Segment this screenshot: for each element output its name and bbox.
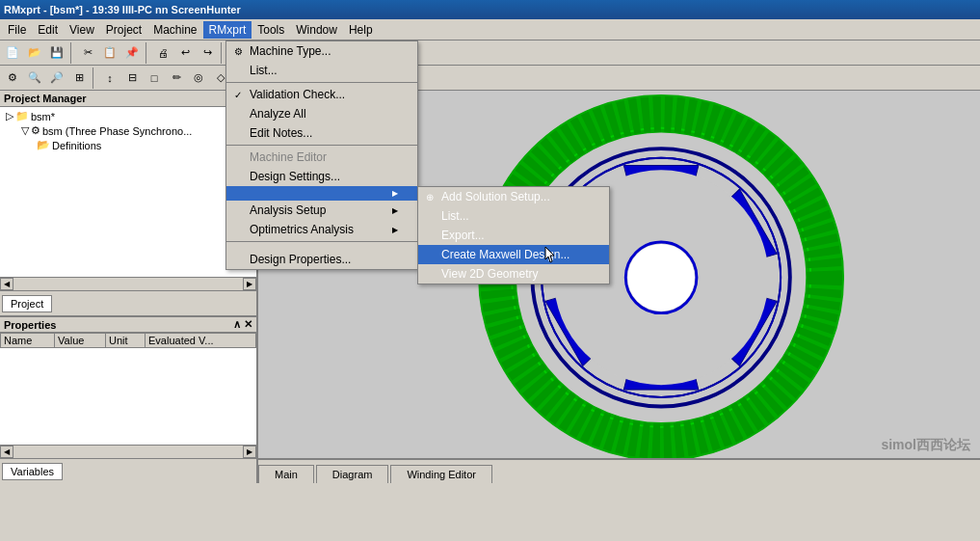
arrow-right-optimetrics: ▶ bbox=[392, 206, 398, 215]
watermark: simol西西论坛 bbox=[881, 437, 970, 454]
menu-project[interactable]: Project bbox=[100, 21, 147, 39]
cut-button[interactable]: ✂ bbox=[77, 42, 98, 64]
submenu-add-solution[interactable]: ⊕ Add Solution Setup... bbox=[418, 187, 609, 206]
separator-c bbox=[226, 241, 417, 242]
machine-type-icon: ⚙ bbox=[230, 43, 246, 59]
left-panel: Project Manager ▷ 📁 bsm* ▽ ⚙ bsm (Three … bbox=[0, 91, 258, 483]
project-tree: ▷ 📁 bsm* ▽ ⚙ bsm (Three Phase Synchrono.… bbox=[0, 107, 256, 277]
tb2-btn3[interactable]: 🔎 bbox=[46, 68, 67, 89]
separator-b bbox=[226, 145, 417, 146]
menu-analyze-all[interactable]: Analyze All bbox=[226, 104, 417, 123]
tree-bsm[interactable]: ▽ ⚙ bsm (Three Phase Synchrono... bbox=[2, 123, 254, 138]
title-text: RMxprt - [bsm*] - 19:39 IIII-PC nn Scree… bbox=[4, 4, 241, 15]
tb2-btn5[interactable]: ↕ bbox=[99, 68, 120, 89]
tab-diagram[interactable]: Diagram bbox=[316, 465, 389, 483]
tb2-btn6[interactable]: ⊟ bbox=[121, 68, 143, 89]
col-unit: Unit bbox=[106, 334, 146, 348]
tree-bsm-label: bsm (Three Phase Synchrono... bbox=[42, 125, 192, 137]
tab-project[interactable]: Project bbox=[2, 295, 52, 312]
menu-validation-check[interactable]: ✓ Validation Check... bbox=[226, 85, 417, 104]
tree-definitions-label: Definitions bbox=[52, 140, 101, 151]
col-name: Name bbox=[1, 334, 55, 348]
new-button[interactable]: 📄 bbox=[2, 42, 23, 64]
tab-variables[interactable]: Variables bbox=[2, 463, 63, 480]
open-button[interactable]: 📂 bbox=[24, 42, 45, 64]
expand-icon-2: ▽ bbox=[21, 124, 29, 137]
toolbar-1: 📄 📂 💾 ✂ 📋 📌 🖨 ↩ ↪ ✕ ✓ ▶ bbox=[0, 41, 980, 66]
separator-3 bbox=[221, 42, 225, 64]
title-bar: RMxprt - [bsm*] - 19:39 IIII-PC nn Scree… bbox=[0, 0, 980, 19]
arrow-right-icon: ▶ bbox=[392, 189, 398, 198]
properties-panel: Properties ∧ ✕ Name Value Unit Evaluated… bbox=[0, 315, 256, 483]
scroll-track-h bbox=[13, 278, 243, 290]
analysis-setup-submenu: ⊕ Add Solution Setup... List... Export..… bbox=[417, 186, 610, 284]
toolbar-2: ⚙ 🔍 🔎 ⊞ ↕ ⊟ □ ✏ ◎ ◇ ⊕ 🔗 bbox=[0, 66, 980, 91]
menu-edit-notes[interactable]: Edit Notes... bbox=[226, 123, 417, 143]
menu-file[interactable]: File bbox=[2, 21, 32, 39]
folder-icon: 📂 bbox=[37, 139, 50, 151]
menu-list[interactable]: List... bbox=[226, 61, 417, 80]
tab-winding-editor[interactable]: Winding Editor bbox=[390, 465, 492, 483]
props-scroll-right[interactable]: ▶ bbox=[243, 446, 256, 458]
save-button[interactable]: 💾 bbox=[46, 42, 67, 64]
tree-definitions[interactable]: 📂 Definitions bbox=[2, 138, 254, 152]
variables-tab-bar: Variables bbox=[0, 458, 256, 483]
props-table-area: Name Value Unit Evaluated V... bbox=[0, 333, 256, 445]
tb2-btn2[interactable]: 🔍 bbox=[24, 68, 45, 89]
expand-icon: ▷ bbox=[6, 110, 13, 122]
tb2-btn7[interactable]: □ bbox=[144, 68, 165, 89]
menu-machine[interactable]: Machine bbox=[147, 21, 202, 39]
menu-tools[interactable]: Tools bbox=[252, 21, 290, 39]
props-title: Properties bbox=[4, 319, 56, 331]
tree-root-label: bsm* bbox=[31, 111, 55, 122]
scroll-left[interactable]: ◀ bbox=[0, 278, 13, 290]
tb2-btn9[interactable]: ◎ bbox=[188, 68, 209, 89]
tb2-btn4[interactable]: ⊞ bbox=[68, 68, 90, 89]
machine-icon: ⚙ bbox=[31, 124, 40, 137]
submenu-export[interactable]: Export... bbox=[418, 226, 609, 245]
props-header: Properties ∧ ✕ bbox=[0, 317, 256, 333]
redo-button[interactable]: ↪ bbox=[197, 42, 218, 64]
menu-view[interactable]: View bbox=[64, 21, 100, 39]
add-solution-icon: ⊕ bbox=[422, 189, 437, 204]
project-manager-title: Project Manager bbox=[0, 91, 256, 107]
props-scroll-track bbox=[13, 446, 243, 458]
print-button[interactable]: 🖨 bbox=[152, 42, 173, 64]
menu-analysis-setup[interactable]: ▶ ⊕ Add Solution Setup... List... Export… bbox=[226, 186, 417, 201]
tree-root[interactable]: ▷ 📁 bsm* bbox=[2, 109, 254, 123]
separator-a bbox=[226, 82, 417, 83]
project-icon: 📁 bbox=[15, 110, 29, 122]
menu-optimetrics[interactable]: Analysis Setup ▶ bbox=[226, 201, 417, 220]
copy-button[interactable]: 📋 bbox=[99, 42, 120, 64]
submenu-list[interactable]: List... bbox=[418, 206, 609, 226]
tab-main[interactable]: Main bbox=[258, 465, 314, 483]
menu-edit[interactable]: Edit bbox=[32, 21, 64, 39]
separator-4 bbox=[93, 68, 96, 89]
tree-scrollbar-h[interactable]: ◀ ▶ bbox=[0, 277, 256, 290]
menu-bar: File Edit View Project Machine RMxprt To… bbox=[0, 19, 980, 41]
separator-1 bbox=[70, 42, 74, 64]
menu-design-settings[interactable]: Design Settings... bbox=[226, 167, 417, 186]
col-value: Value bbox=[55, 334, 106, 348]
menu-results[interactable]: Optimetrics Analysis ▶ bbox=[226, 220, 417, 239]
scroll-right[interactable]: ▶ bbox=[243, 278, 256, 290]
menu-rmxprt[interactable]: RMxprt bbox=[203, 21, 252, 39]
col-evaluated: Evaluated V... bbox=[146, 334, 256, 348]
submenu-create-maxwell-design[interactable]: Create Maxwell Design... bbox=[418, 245, 609, 264]
menu-design-datasets[interactable]: Design Properties... bbox=[226, 250, 417, 269]
menu-machine-type[interactable]: ⚙ Machine Type... bbox=[226, 41, 417, 61]
undo-button[interactable]: ↩ bbox=[174, 42, 196, 64]
menu-help[interactable]: Help bbox=[343, 21, 379, 39]
paste-button[interactable]: 📌 bbox=[121, 42, 143, 64]
props-controls: ∧ ✕ bbox=[233, 318, 252, 331]
tb2-btn8[interactable]: ✏ bbox=[166, 68, 187, 89]
submenu-view-2d-geometry[interactable]: View 2D Geometry bbox=[418, 264, 609, 284]
props-scrollbar-h[interactable]: ◀ ▶ bbox=[0, 445, 256, 458]
validation-icon: ✓ bbox=[230, 87, 246, 102]
menu-window[interactable]: Window bbox=[290, 21, 343, 39]
main-content: Project Manager ▷ 📁 bsm* ▽ ⚙ bsm (Three … bbox=[0, 91, 980, 483]
props-scroll-left[interactable]: ◀ bbox=[0, 446, 13, 458]
separator-2 bbox=[146, 42, 149, 64]
tb2-btn1[interactable]: ⚙ bbox=[2, 68, 23, 89]
bottom-left-tabs: Project bbox=[0, 290, 256, 315]
